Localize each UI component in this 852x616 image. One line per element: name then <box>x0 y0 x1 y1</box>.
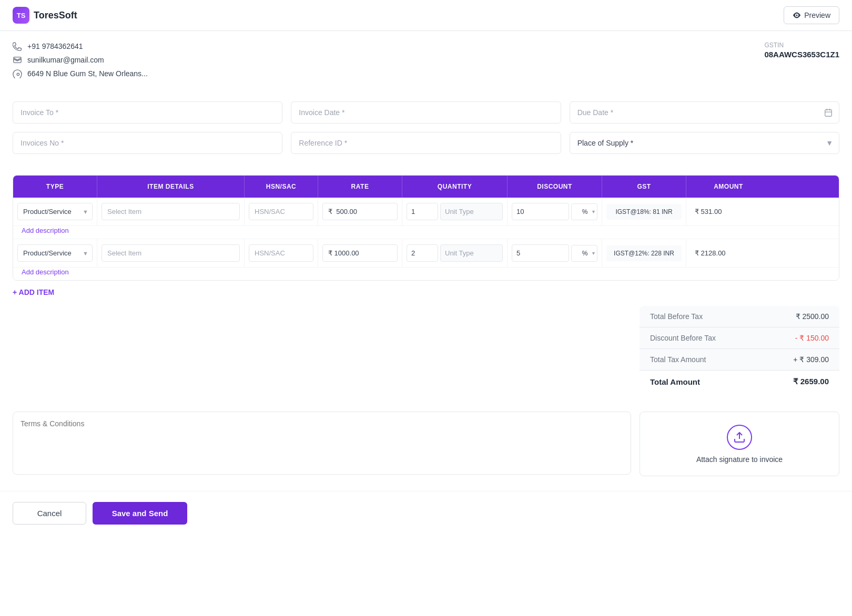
table-row-2: Product/Service ▼ <box>13 239 839 268</box>
bottom-section: Attach signature to invoice <box>0 401 852 487</box>
email-icon <box>13 55 22 65</box>
signature-label: Attach signature to invoice <box>696 455 783 464</box>
table-row-1: Product/Service ▼ <box>13 198 839 226</box>
reference-id-field <box>291 132 561 154</box>
summary-box: Total Before Tax ₹ 2500.00 Discount Befo… <box>640 306 839 393</box>
email-value: sunilkumar@gmail.com <box>27 56 104 64</box>
total-tax-label: Total Tax Amount <box>650 355 706 364</box>
logo-text: ToresSoft <box>34 10 77 21</box>
form-row-2: Place of Supply * ▼ <box>13 132 839 154</box>
invoice-table: TYPE ITEM DETAILS HSN/SAC RATE QUANTITY … <box>13 175 839 281</box>
svg-rect-0 <box>825 110 832 117</box>
location-icon <box>13 69 22 78</box>
logo-area: TS ToresSoft <box>13 7 77 24</box>
summary-section: Total Before Tax ₹ 2500.00 Discount Befo… <box>0 306 852 393</box>
rate-cell-1 <box>318 198 402 225</box>
total-before-tax-value: ₹ 2500.00 <box>796 312 829 321</box>
col-quantity: QUANTITY <box>402 176 508 198</box>
hsn-cell-1 <box>245 198 318 225</box>
unit-type-input-1[interactable] <box>440 203 503 220</box>
col-gst: GST <box>602 176 686 198</box>
type-select-2[interactable]: Product/Service <box>17 244 93 262</box>
gst-cell-2: IGST@12%: 228 INR <box>602 239 686 267</box>
gst-cell-1: IGST@18%: 81 INR <box>602 198 686 225</box>
col-item-details: ITEM DETAILS <box>97 176 245 198</box>
rate-cell-2 <box>318 239 402 267</box>
qty-input-1[interactable] <box>407 203 438 220</box>
total-amount-value: ₹ 2659.00 <box>793 377 829 386</box>
discount-type-1[interactable]: % <box>571 203 597 220</box>
discount-type-2[interactable]: % <box>571 245 597 262</box>
due-date-field <box>570 101 839 124</box>
total-tax-value: + ₹ 309.00 <box>793 355 829 364</box>
form-row-1 <box>13 101 839 124</box>
table-header: TYPE ITEM DETAILS HSN/SAC RATE QUANTITY … <box>13 176 839 198</box>
hsn-input-2[interactable] <box>249 244 313 262</box>
table-row: Product/Service ▼ <box>13 198 839 239</box>
phone-row: +91 9784362641 <box>13 42 659 51</box>
amount-cell-2: ₹ 2128.00 <box>686 239 770 267</box>
unit-type-input-2[interactable] <box>440 244 503 262</box>
col-hsn: HSN/SAC <box>245 176 318 198</box>
discount-cell-1: % ▼ <box>508 198 602 225</box>
place-of-supply-select[interactable]: Place of Supply * <box>570 132 839 154</box>
form-section: Place of Supply * ▼ <box>0 93 852 171</box>
invoices-no-field <box>13 132 282 154</box>
total-amount-row: Total Amount ₹ 2659.00 <box>640 371 839 393</box>
total-amount-label: Total Amount <box>650 377 700 386</box>
item-cell-1 <box>97 198 245 225</box>
col-discount: DISCOUNT <box>508 176 602 198</box>
preview-label: Preview <box>804 11 830 19</box>
add-item-row: + ADD ITEM <box>0 281 852 304</box>
reference-id-input[interactable] <box>291 132 561 154</box>
invoice-date-input[interactable] <box>291 101 561 124</box>
cancel-button[interactable]: Cancel <box>13 502 86 525</box>
amount-cell-1: ₹ 531.00 <box>686 198 770 225</box>
invoice-to-input[interactable] <box>13 101 282 124</box>
total-tax-row: Total Tax Amount + ₹ 309.00 <box>640 349 839 371</box>
invoice-date-field <box>291 101 561 124</box>
hsn-cell-2 <box>245 239 318 267</box>
signature-icon <box>727 425 752 450</box>
terms-textarea[interactable] <box>13 412 631 475</box>
place-of-supply-field: Place of Supply * ▼ <box>570 132 839 154</box>
gstin-section: GSTIN 08AAWCS3653C1Z1 <box>764 42 839 83</box>
eye-icon <box>793 11 801 19</box>
qty-input-2[interactable] <box>407 244 438 262</box>
action-bar: Cancel Save and Send <box>0 491 852 535</box>
item-input-2[interactable] <box>102 244 240 262</box>
calendar-icon <box>824 108 833 117</box>
total-before-tax-label: Total Before Tax <box>650 312 703 321</box>
address-row: 6649 N Blue Gum St, New Orleans... <box>13 69 659 78</box>
phone-icon <box>13 42 22 51</box>
discount-cell-2: % ▼ <box>508 239 602 267</box>
table-row: Product/Service ▼ <box>13 239 839 280</box>
rate-input-1[interactable] <box>322 203 398 220</box>
invoices-no-input[interactable] <box>13 132 282 154</box>
quantity-cell-2 <box>402 239 508 267</box>
add-item-button[interactable]: + ADD ITEM <box>13 288 54 296</box>
add-desc-2[interactable]: Add description <box>13 268 839 280</box>
signature-box[interactable]: Attach signature to invoice <box>640 412 839 476</box>
discount-input-1[interactable] <box>512 203 569 220</box>
amount-value-1: ₹ 531.00 <box>691 208 766 215</box>
amount-value-2: ₹ 2128.00 <box>691 249 766 257</box>
preview-button[interactable]: Preview <box>784 6 839 24</box>
email-row: sunilkumar@gmail.com <box>13 55 659 65</box>
company-info: +91 9784362641 sunilkumar@gmail.com 6649… <box>0 31 852 93</box>
due-date-input[interactable] <box>570 101 839 124</box>
type-select-1[interactable]: Product/Service <box>17 203 93 220</box>
item-cell-2 <box>97 239 245 267</box>
save-send-button[interactable]: Save and Send <box>93 502 187 525</box>
col-rate: RATE <box>318 176 402 198</box>
gstin-label: GSTIN <box>764 42 839 49</box>
discount-before-tax-label: Discount Before Tax <box>650 334 716 342</box>
discount-input-2[interactable] <box>512 244 569 262</box>
item-input-1[interactable] <box>102 203 240 220</box>
hsn-input-1[interactable] <box>249 203 313 220</box>
gstin-value: 08AAWCS3653C1Z1 <box>764 50 839 59</box>
add-desc-1[interactable]: Add description <box>13 226 839 239</box>
type-cell-2: Product/Service ▼ <box>13 239 97 267</box>
invoice-to-field <box>13 101 282 124</box>
rate-input-2[interactable] <box>322 244 398 262</box>
